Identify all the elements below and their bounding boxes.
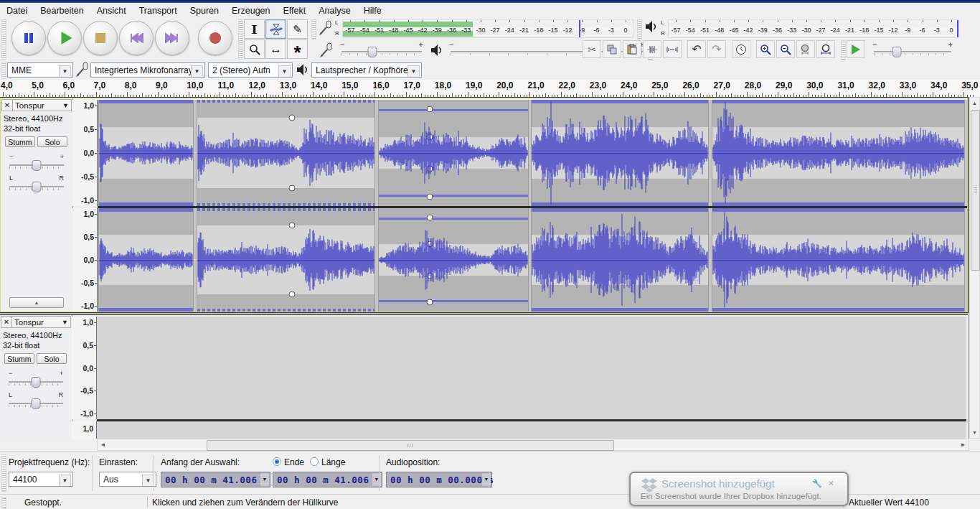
skip-to-end-button[interactable] (155, 21, 189, 55)
scroll-down-arrow[interactable]: ▼ (970, 427, 979, 438)
menu-spuren[interactable]: Spuren (184, 4, 225, 17)
copy-button[interactable] (603, 40, 621, 58)
zoom-in-button[interactable] (756, 40, 775, 58)
snap-to-combo[interactable]: Aus▼ (99, 472, 156, 487)
track-name-dropdown[interactable]: Tonspur▼ (12, 316, 71, 328)
pan-slider[interactable]: LR (9, 397, 63, 410)
playback-meter[interactable]: L R -57-54-51-48-45-42-39-36-33-30-27-24… (642, 18, 962, 39)
speed-thumb[interactable] (892, 47, 902, 57)
vertical-ruler[interactable]: 1,00,50,0-0,5-1,0 (72, 208, 98, 312)
input-channels-combo[interactable]: 2 (Stereo) Aufn▼ (208, 62, 293, 78)
selection-tool-button[interactable]: I (244, 19, 265, 39)
gain-thumb[interactable] (32, 377, 41, 388)
menu-datei[interactable]: Datei (0, 4, 34, 17)
zoom-fit-button[interactable] (816, 40, 835, 58)
transcription-grip[interactable] (841, 40, 846, 60)
radio-length[interactable] (310, 457, 319, 466)
multi-tool-button[interactable]: * (287, 39, 308, 59)
paste-button[interactable] (623, 40, 641, 58)
silence-audio-button[interactable] (663, 40, 682, 58)
audio-host-combo[interactable]: MME▼ (7, 62, 73, 78)
input-device-combo[interactable]: Integriertes Mikrofonarray▼ (90, 62, 205, 78)
solo-button[interactable]: Solo (37, 353, 67, 364)
stop-button[interactable] (83, 21, 118, 55)
scroll-left-arrow[interactable]: ◄ (98, 439, 108, 450)
audio-position-field[interactable]: 00 h 00 m 00.000 s▼ (386, 472, 492, 487)
scroll-up-arrow[interactable]: ▲ (970, 98, 979, 108)
menu-bearbeiten[interactable]: Bearbeiten (34, 4, 90, 17)
record-meter-grip[interactable] (311, 19, 316, 39)
device-grip[interactable] (1, 62, 6, 79)
project-rate-combo[interactable]: 44100▼ (9, 472, 73, 487)
mute-button[interactable]: Stumm (4, 353, 34, 364)
waveform-channel-right[interactable] (98, 208, 967, 312)
cut-button[interactable]: ✂ (583, 40, 601, 58)
empty-clip-right[interactable] (97, 421, 966, 439)
vertical-ruler[interactable]: 1,00,50,0-0,5-1,0 (72, 317, 97, 419)
zoom-selection-button[interactable] (796, 40, 815, 58)
timeshift-tool-button[interactable]: ↔ (265, 39, 286, 59)
gain-slider[interactable]: −+ (9, 375, 63, 388)
timeline-ruler[interactable]: 4,05,06,07,08,09,010,011,012,013,014,015… (0, 80, 980, 98)
radio-end[interactable] (273, 457, 281, 466)
horizontal-scrollbar[interactable]: ◄ ► (97, 439, 969, 451)
skip-to-start-button[interactable] (119, 21, 154, 55)
menu-effekt[interactable]: Effekt (277, 4, 313, 17)
record-button[interactable] (198, 21, 232, 55)
tools-grip[interactable] (238, 19, 243, 60)
collapse-track-button[interactable]: ▲ (9, 297, 64, 308)
horizontal-scroll-thumb[interactable] (207, 440, 614, 451)
empty-clip-left[interactable] (97, 317, 966, 419)
waveform-channel-left[interactable] (98, 100, 967, 206)
minus-label: − (449, 40, 453, 49)
pan-thumb[interactable] (32, 182, 42, 192)
vertical-scroll-thumb[interactable] (971, 110, 980, 271)
undo-button[interactable]: ↶ (687, 40, 706, 58)
mute-button[interactable]: Stumm (5, 136, 35, 147)
sync-lock-button[interactable] (732, 40, 750, 58)
input-volume-thumb[interactable] (367, 47, 377, 57)
close-track-button[interactable]: ✕ (1, 316, 12, 328)
menu-hilfe[interactable]: Hilfe (357, 4, 388, 17)
meter-db-label: -57 (672, 27, 681, 34)
vertical-ruler[interactable]: 1,0 (72, 421, 97, 439)
gain-slider[interactable]: −+ (9, 159, 64, 172)
selection-start-field[interactable]: 00 h 00 m 41.006 s▼ (161, 472, 270, 487)
solo-button[interactable]: Solo (37, 136, 67, 147)
selection-end-field[interactable]: 00 h 00 m 41.006 s▼ (273, 472, 382, 487)
input-volume-slider[interactable]: −+ (341, 45, 422, 58)
menu-transport[interactable]: Transport (133, 4, 184, 17)
play-meter-grip[interactable] (637, 19, 642, 39)
toolbar-grip[interactable] (1, 19, 6, 60)
record-meter[interactable]: L R -57-54-51-48-45-42-39-36-33-30-27-24… (316, 18, 636, 39)
playback-speed-slider[interactable]: −+ (874, 45, 951, 58)
meter-bars: -57-54-51-48-45-42-39-36-33-30-27-24-21-… (342, 19, 633, 38)
zoom-out-button[interactable] (776, 40, 795, 58)
redo-button[interactable]: ↷ (707, 40, 726, 58)
trim-audio-button[interactable] (643, 40, 661, 58)
pan-thumb[interactable] (32, 398, 41, 409)
dropbox-notification[interactable]: Screenshot hinzugefügt 🔧✕ Ein Screenshot… (629, 472, 849, 506)
zoom-tool-button[interactable] (244, 39, 265, 59)
close-track-button[interactable]: ✕ (1, 99, 13, 111)
menu-bar: DateiBearbeitenAnsichtTransportSpurenErz… (0, 3, 980, 19)
play-at-speed-button[interactable] (847, 40, 865, 58)
draw-tool-button[interactable]: ✎ (287, 19, 308, 39)
menu-analyse[interactable]: Analyse (312, 4, 357, 17)
envelope-tool-button[interactable] (265, 19, 286, 39)
menu-erzeugen[interactable]: Erzeugen (225, 4, 277, 17)
settings-wrench-icon[interactable]: 🔧 (812, 479, 828, 487)
selbar-grip[interactable] (1, 454, 6, 492)
pan-slider[interactable]: LR (9, 180, 64, 193)
output-device-combo[interactable]: Lautsprecher / Kopfhörer▼ (311, 62, 422, 78)
play-button[interactable] (47, 21, 82, 55)
close-icon[interactable]: ✕ (828, 479, 840, 487)
vertical-ruler[interactable]: 1,00,50,0-0,5-1,0 (72, 100, 98, 206)
pause-button[interactable] (11, 21, 46, 55)
vertical-scrollbar[interactable]: ▲ ▼ (969, 97, 980, 439)
menu-ansicht[interactable]: Ansicht (90, 4, 133, 17)
track-name-dropdown[interactable]: Tonspur▼ (13, 99, 72, 111)
gain-thumb[interactable] (32, 160, 42, 171)
track-bitdepth-info: 32-bit float (3, 341, 39, 350)
scroll-right-arrow[interactable]: ► (958, 439, 969, 450)
